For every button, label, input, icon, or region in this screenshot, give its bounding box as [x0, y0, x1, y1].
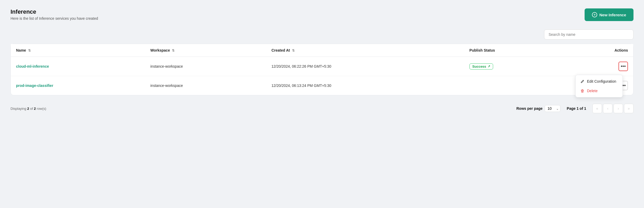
cell-workspace-1: instance-workspace [145, 57, 266, 76]
next-page-button[interactable]: › [614, 104, 623, 113]
prev-page-button[interactable]: ‹ [603, 104, 612, 113]
rows-per-page: Rows per page 10 25 50 [516, 105, 560, 112]
display-info: Displaying 2 of 2 row(s) [11, 107, 46, 111]
dropdown-menu: Edit Configuration Delete [575, 75, 623, 97]
sort-icon-workspace: ⇅ [172, 49, 175, 52]
table-row: prod-image-classifier instance-workspace… [11, 76, 633, 95]
page-title: Inference [11, 8, 98, 15]
col-header-actions: Actions [566, 44, 633, 57]
edit-icon [580, 80, 584, 83]
cell-workspace-2: instance-workspace [145, 76, 266, 95]
footer-row: Displaying 2 of 2 row(s) Rows per page 1… [11, 102, 633, 115]
header-row: Inference Here is the list of Inference … [11, 8, 633, 21]
status-badge-success: Success ↗ [469, 63, 493, 70]
rows-per-page-wrap: 10 25 50 [545, 105, 560, 112]
page-header: Inference Here is the list of Inference … [11, 8, 98, 21]
inference-link-2[interactable]: prod-image-classifier [16, 83, 53, 88]
cell-publish-status-2 [464, 76, 566, 95]
last-page-button[interactable]: » [624, 104, 633, 113]
inference-table: Name ⇅ Workspace ⇅ Created At ⇅ Publish … [11, 44, 633, 95]
col-header-created-at[interactable]: Created At ⇅ [266, 44, 464, 57]
page-info: Page 1 of 1 [567, 106, 586, 111]
first-page-button[interactable]: « [592, 104, 602, 113]
pagination-buttons: « ‹ › » [592, 104, 633, 113]
cell-actions-1: ••• Edit Configuration [566, 57, 633, 76]
cell-created-at-2: 12/20/2024, 06:13:24 PM GMT+5:30 [266, 76, 464, 95]
inference-link-1[interactable]: cloud-ml-inference [16, 64, 49, 68]
more-actions-button-1[interactable]: ••• [619, 62, 628, 71]
table-card: Name ⇅ Workspace ⇅ Created At ⇅ Publish … [11, 44, 633, 95]
table-header-row: Name ⇅ Workspace ⇅ Created At ⇅ Publish … [11, 44, 633, 57]
search-input[interactable] [544, 29, 633, 39]
cell-publish-status-1: Success ↗ [464, 57, 566, 76]
col-header-name[interactable]: Name ⇅ [11, 44, 145, 57]
table-row: cloud-ml-inference instance-workspace 12… [11, 57, 633, 76]
sort-icon-created-at: ⇅ [292, 49, 295, 52]
cell-name-2: prod-image-classifier [11, 76, 145, 95]
cell-created-at-1: 12/20/2024, 06:22:26 PM GMT+5:30 [266, 57, 464, 76]
pagination-right: Rows per page 10 25 50 Page 1 of 1 « ‹ ›… [516, 104, 633, 113]
plus-circle-icon: + [592, 12, 597, 17]
delete-item[interactable]: Delete [576, 86, 622, 96]
cell-name-1: cloud-ml-inference [11, 57, 145, 76]
search-row [11, 29, 633, 39]
page-container: Inference Here is the list of Inference … [0, 0, 644, 208]
rows-per-page-select[interactable]: 10 25 50 [545, 105, 560, 112]
sort-icon-name: ⇅ [28, 49, 31, 52]
col-header-publish-status: Publish Status [464, 44, 566, 57]
new-inference-button[interactable]: + New Inference [585, 8, 633, 21]
search-input-wrap [544, 29, 633, 39]
page-subtitle: Here is the list of Inference services y… [11, 16, 98, 21]
edit-configuration-item[interactable]: Edit Configuration [576, 77, 622, 86]
external-link-icon: ↗ [488, 65, 490, 68]
col-header-workspace[interactable]: Workspace ⇅ [145, 44, 266, 57]
trash-icon [580, 89, 584, 93]
